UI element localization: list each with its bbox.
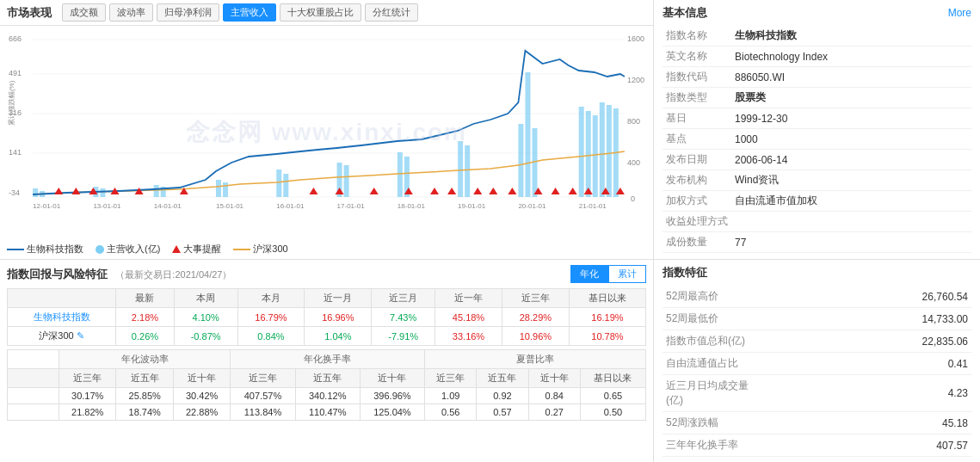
tab-chengjiao[interactable]: 成交额 xyxy=(62,3,106,22)
cell-biotech-since: 16.19% xyxy=(569,308,645,327)
vol-header-turnover: 年化换手率 xyxy=(231,350,425,369)
tab-fenhong[interactable]: 分红统计 xyxy=(365,3,418,22)
svg-marker-58 xyxy=(370,188,379,194)
th-week: 本周 xyxy=(174,289,237,308)
feat-value-freefloat: 0.41 xyxy=(766,353,971,375)
feat-row-avgvol: 近三月日均成交量(亿) 4.23 xyxy=(663,375,971,412)
feat-value-turnover: 407.57 xyxy=(766,434,971,457)
info-label-count: 成份数量 xyxy=(663,232,731,253)
legend-line-blue xyxy=(7,249,24,250)
svg-rect-44 xyxy=(579,107,584,197)
svg-text:17-01-01: 17-01-01 xyxy=(337,202,366,210)
svg-text:累计涨跌幅(%): 累计涨跌幅(%) xyxy=(8,80,15,126)
svg-text:141: 141 xyxy=(9,148,22,157)
info-value-count: 77 xyxy=(731,232,971,253)
chart-svg: 666 491 316 141 -34 1600 1200 800 400 0 xyxy=(7,29,646,210)
feat-label-turnover: 三年年化换手率 xyxy=(663,434,766,457)
info-label-type: 指数类型 xyxy=(663,88,731,108)
th-3year: 近三年 xyxy=(502,289,569,308)
svg-rect-46 xyxy=(593,115,598,197)
svg-rect-28 xyxy=(100,188,105,197)
cell-biotech-month: 16.79% xyxy=(237,308,305,327)
legend-triangle-reminder xyxy=(172,245,181,253)
vol-biotech-v10y: 30.42% xyxy=(173,388,230,404)
vol-hs300-v10y: 22.88% xyxy=(173,404,230,421)
vol-hs300-since: 0.50 xyxy=(580,404,645,421)
return-title: 指数回报与风险特征 xyxy=(7,268,108,280)
info-label-name: 指数名称 xyxy=(663,26,731,46)
svg-marker-68 xyxy=(584,188,593,194)
feat-label-freefloat: 自由流通值占比 xyxy=(663,353,766,375)
vol-th-v3y: 近三年 xyxy=(59,369,116,388)
vol-row-hs300: 21.82% 18.74% 22.88% 113.84% 110.47% 125… xyxy=(8,404,646,421)
cell-biotech-week: 4.10% xyxy=(174,308,237,327)
feat-row-mktcap: 指数市值总和(亿) 22,835.06 xyxy=(663,330,971,353)
svg-text:18-01-01: 18-01-01 xyxy=(398,202,426,210)
svg-text:16-01-01: 16-01-01 xyxy=(276,202,305,210)
return-header-row: 最新 本周 本月 近一月 近三月 近一年 近三年 基日以来 xyxy=(8,289,646,308)
vol-th-t10y: 近十年 xyxy=(360,369,424,388)
vol-biotech-t5y: 340.12% xyxy=(295,388,360,404)
svg-rect-47 xyxy=(600,102,605,197)
svg-rect-32 xyxy=(223,182,228,197)
feat-label-low: 52周最低价 xyxy=(663,308,766,330)
info-value-name: 生物科技指数 xyxy=(731,26,971,46)
svg-marker-61 xyxy=(447,188,456,194)
vol-th-empty xyxy=(8,369,59,388)
feat-label-avgvol: 近三月日均成交量(亿) xyxy=(663,375,766,412)
feat-value-high: 26,760.54 xyxy=(766,286,971,308)
info-label-weighting: 加权方式 xyxy=(663,191,731,212)
info-row-returns: 收益处理方式 xyxy=(663,212,971,232)
chart-area: 念念网 www.xinxi.com 666 491 316 141 -34 16… xyxy=(0,26,653,239)
info-label-code: 指数代码 xyxy=(663,67,731,88)
row-label-hs300: 沪深300 ✎ xyxy=(8,327,116,346)
svg-rect-41 xyxy=(518,124,523,197)
tab-bodonglv[interactable]: 波动率 xyxy=(109,3,153,22)
info-value-en: Biotechnology Index xyxy=(731,46,971,67)
basic-info-table: 指数名称 生物科技指数 英文名称 Biotechnology Index 指数代… xyxy=(663,26,971,253)
feat-value-avgvol: 4.23 xyxy=(766,375,971,412)
svg-marker-64 xyxy=(508,188,516,194)
hs300-edit-icon[interactable]: ✎ xyxy=(77,330,84,341)
svg-text:20-01-01: 20-01-01 xyxy=(518,202,546,210)
basic-info-header: 基本信息 More xyxy=(663,5,971,21)
legend-label-reminder: 大事提醒 xyxy=(183,243,221,256)
return-header: 指数回报与风险特征 （最新交易日:2021/04/27） 年化 累计 xyxy=(7,265,646,283)
svg-rect-45 xyxy=(586,111,591,197)
svg-text:400: 400 xyxy=(627,158,640,167)
return-row-biotech: 生物科技指数 2.18% 4.10% 16.79% 16.96% 7.43% 4… xyxy=(8,308,646,327)
info-label-publishdate: 发布日期 xyxy=(663,150,731,170)
th-3month: 近三月 xyxy=(372,289,435,308)
feat-label-52wchange: 52周涨跌幅 xyxy=(663,412,766,434)
th-latest: 最新 xyxy=(116,289,175,308)
vol-th-t3y: 近三年 xyxy=(231,369,295,388)
main-container: 市场表现 成交额 波动率 归母净利润 主营收入 十大权重股占比 分红统计 念念网… xyxy=(0,0,980,462)
info-row-weighting: 加权方式 自由流通市值加权 xyxy=(663,191,971,212)
toggle-cumulative[interactable]: 累计 xyxy=(608,265,646,283)
svg-marker-50 xyxy=(54,188,63,194)
basic-info-title: 基本信息 xyxy=(663,5,707,21)
more-link[interactable]: More xyxy=(948,7,971,19)
cell-biotech-1year: 45.18% xyxy=(435,308,502,327)
tab-shida[interactable]: 十大权重股占比 xyxy=(280,3,361,22)
index-features-panel: 指数特征 52周最高价 26,760.54 52周最低价 14,733.00 指… xyxy=(654,260,980,462)
svg-marker-63 xyxy=(489,188,497,194)
vol-sub-header-row: 近三年 近五年 近十年 近三年 近五年 近十年 近三年 近五年 近十年 基日以来 xyxy=(8,369,646,388)
info-value-weighting: 自由流通市值加权 xyxy=(731,191,971,212)
vol-hs300-s5y: 0.57 xyxy=(477,404,528,421)
vol-th-v10y: 近十年 xyxy=(173,369,230,388)
vol-biotech-v3y: 30.17% xyxy=(59,388,116,404)
tab-zhuyingshouru[interactable]: 主营收入 xyxy=(223,3,276,22)
feat-value-low: 14,733.00 xyxy=(766,308,971,330)
svg-marker-56 xyxy=(309,188,317,194)
cell-hs300-latest: 0.26% xyxy=(116,327,175,346)
svg-marker-51 xyxy=(71,188,80,194)
toggle-annualized[interactable]: 年化 xyxy=(570,265,608,283)
feat-row-freefloat: 自由流通值占比 0.41 xyxy=(663,353,971,375)
tab-guimu[interactable]: 归母净利润 xyxy=(157,3,219,22)
cell-biotech-3month: 7.43% xyxy=(372,308,435,327)
cell-hs300-1year: 33.16% xyxy=(435,327,502,346)
return-title-group: 指数回报与风险特征 （最新交易日:2021/04/27） xyxy=(7,267,231,282)
svg-rect-37 xyxy=(398,152,403,197)
vol-hs300-v3y: 21.82% xyxy=(59,404,116,421)
